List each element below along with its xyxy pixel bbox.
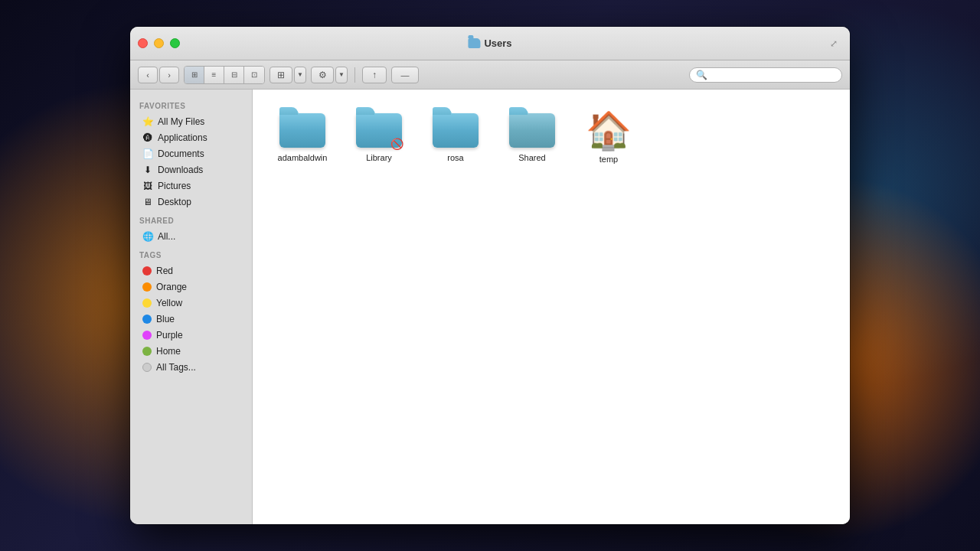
edit-button[interactable]: — — [391, 67, 419, 83]
action-button[interactable]: ⚙ — [311, 67, 334, 83]
action-dropdown-icon: ▼ — [338, 71, 345, 78]
sidebar-item-label: Red — [156, 266, 173, 276]
arrange-button[interactable]: ⊞ — [270, 67, 292, 83]
file-item-temp[interactable]: 🏠 temp — [574, 105, 643, 169]
title-folder-icon — [468, 38, 480, 48]
search-box[interactable]: 🔍 — [689, 67, 842, 83]
view-buttons: ⊞ ≡ ⊟ ⊡ — [184, 66, 265, 84]
forward-button[interactable]: › — [159, 67, 179, 83]
pictures-icon: 🖼 — [142, 181, 153, 191]
sidebar-item-label: Blue — [156, 314, 175, 324]
sidebar-item-tag-blue[interactable]: Blue — [133, 311, 249, 327]
home-icon-wrap: 🏠 — [586, 109, 632, 152]
close-button[interactable] — [138, 38, 148, 48]
action-dropdown[interactable]: ▼ — [335, 67, 348, 83]
home-icon: 🏠 — [586, 112, 632, 149]
sidebar-item-tag-home[interactable]: Home — [133, 344, 249, 359]
sidebar-item-label: Orange — [156, 282, 187, 292]
main-area: FAVORITES ⭐ All My Files 🅐 Applications … — [130, 90, 850, 524]
applications-icon: 🅐 — [142, 132, 153, 143]
sidebar-item-tag-all[interactable]: All Tags... — [133, 360, 249, 375]
file-item-library[interactable]: Library — [345, 105, 413, 169]
folder-body — [279, 113, 325, 148]
sidebar-item-label: Purple — [156, 330, 183, 341]
folder-body — [509, 113, 555, 148]
shared-label: SHARED — [130, 210, 252, 228]
share-button[interactable]: ↑ — [362, 67, 387, 83]
arrange-dropdown-icon: ▼ — [297, 71, 303, 78]
edit-icon: — — [401, 70, 410, 80]
maximize-button[interactable] — [170, 38, 180, 48]
icon-view-icon: ⊞ — [191, 70, 198, 79]
toolbar-separator — [354, 67, 355, 83]
tags-label: TAGS — [130, 245, 252, 262]
arrange-button-group: ⊞ ▼ — [270, 67, 306, 83]
sidebar-item-label: All My Files — [158, 116, 204, 127]
folder-body — [433, 113, 479, 148]
sidebar-item-tag-yellow[interactable]: Yellow — [133, 295, 249, 311]
file-name: Shared — [518, 152, 545, 163]
list-view-icon: ≡ — [212, 70, 217, 79]
back-icon: ‹ — [146, 70, 149, 80]
tag-color-yellow — [142, 298, 152, 308]
forward-icon: › — [168, 70, 171, 80]
cover-flow-icon: ⊡ — [251, 70, 257, 79]
sidebar-item-tag-orange[interactable]: Orange — [133, 279, 249, 295]
titlebar: Users ⤢ — [130, 27, 850, 60]
sidebar-item-all-my-files[interactable]: ⭐ All My Files — [133, 114, 249, 129]
file-name: rosa — [447, 152, 463, 163]
file-name: temp — [599, 154, 618, 165]
sidebar-item-label: Downloads — [158, 165, 203, 175]
sidebar-item-tag-purple[interactable]: Purple — [133, 328, 249, 343]
sidebar-item-label: All... — [158, 231, 175, 242]
window-controls — [138, 38, 180, 48]
folder-icon — [356, 109, 402, 148]
sidebar-item-documents[interactable]: 📄 Documents — [133, 146, 249, 161]
favorites-label: FAVORITES — [130, 96, 252, 113]
sidebar-item-label: Desktop — [158, 197, 191, 207]
tag-color-blue — [142, 315, 152, 324]
column-view-icon: ⊟ — [231, 70, 237, 79]
file-name: adambaldwin — [278, 152, 328, 163]
sidebar-item-label: Yellow — [156, 298, 182, 308]
cover-flow-button[interactable]: ⊡ — [244, 67, 264, 83]
sidebar-item-label: Applications — [158, 132, 207, 143]
tag-color-orange — [142, 282, 152, 292]
sidebar: FAVORITES ⭐ All My Files 🅐 Applications … — [130, 90, 253, 524]
sidebar-item-downloads[interactable]: ⬇ Downloads — [133, 162, 249, 178]
file-item-shared[interactable]: Shared — [498, 105, 567, 169]
file-item-adambaldwin[interactable]: adambaldwin — [268, 105, 337, 169]
sidebar-item-all-shared[interactable]: 🌐 All... — [133, 229, 249, 244]
folder-icon — [279, 109, 325, 148]
sidebar-item-applications[interactable]: 🅐 Applications — [133, 130, 249, 145]
window-title: Users — [468, 37, 511, 49]
file-name: Library — [366, 152, 392, 163]
title-text: Users — [484, 37, 511, 49]
shared-icon: 🌐 — [142, 231, 153, 242]
search-input[interactable] — [710, 70, 835, 80]
list-view-button[interactable]: ≡ — [204, 67, 224, 83]
sidebar-item-desktop[interactable]: 🖥 Desktop — [133, 194, 249, 210]
tag-color-purple — [142, 331, 152, 340]
column-view-button[interactable]: ⊟ — [224, 67, 244, 83]
arrange-dropdown[interactable]: ▼ — [294, 67, 306, 83]
folder-icon — [509, 109, 555, 148]
documents-icon: 📄 — [142, 148, 153, 159]
folder-body — [356, 113, 402, 148]
tag-color-red — [142, 266, 152, 276]
back-button[interactable]: ‹ — [138, 67, 158, 83]
sidebar-item-label: Home — [156, 346, 181, 357]
all-files-icon: ⭐ — [142, 116, 153, 127]
file-area: adambaldwin Library rosa — [253, 90, 850, 524]
nav-buttons: ‹ › — [138, 67, 179, 83]
desktop-icon: 🖥 — [142, 197, 153, 207]
share-icon: ↑ — [372, 70, 377, 80]
file-item-rosa[interactable]: rosa — [421, 105, 490, 169]
sidebar-item-pictures[interactable]: 🖼 Pictures — [133, 178, 249, 194]
minimize-button[interactable] — [154, 38, 164, 48]
resize-icon[interactable]: ⤢ — [830, 37, 842, 50]
sidebar-item-tag-red[interactable]: Red — [133, 263, 249, 279]
search-icon: 🔍 — [696, 70, 707, 80]
icon-view-button[interactable]: ⊞ — [185, 67, 204, 83]
gear-icon: ⚙ — [318, 70, 327, 80]
